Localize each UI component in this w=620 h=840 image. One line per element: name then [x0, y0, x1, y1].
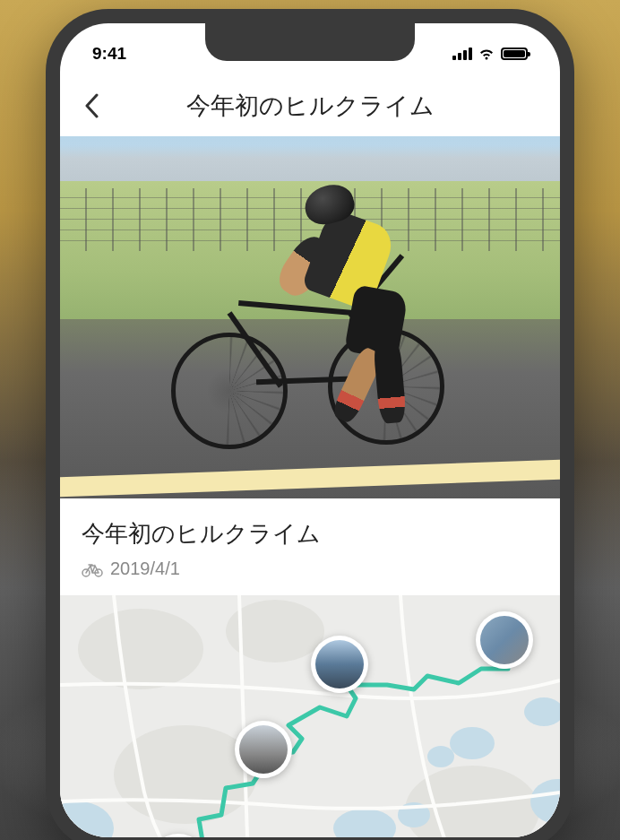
status-time: 9:41	[92, 44, 126, 64]
post-date: 2019/4/1	[110, 559, 180, 579]
wifi-icon	[478, 47, 495, 61]
battery-icon	[501, 48, 528, 60]
back-button[interactable]	[78, 92, 105, 119]
phone-screen: 9:41	[60, 23, 560, 837]
svg-point-11	[427, 746, 454, 767]
map-photo-pin[interactable]	[235, 721, 292, 778]
chevron-left-icon	[84, 93, 99, 118]
post-info: 今年初のヒルクライム 2019/4/1	[60, 498, 560, 595]
route-map[interactable]	[60, 595, 560, 837]
app-header: 今年初のヒルクライム	[60, 75, 560, 136]
map-photo-pin[interactable]	[476, 611, 533, 669]
svg-point-10	[450, 727, 495, 759]
hero-photo[interactable]	[60, 136, 560, 498]
svg-point-3	[78, 609, 203, 689]
bicycle-icon	[82, 561, 103, 577]
status-indicators	[452, 47, 528, 61]
map-photo-pin[interactable]	[311, 636, 368, 693]
post-title: 今年初のヒルクライム	[82, 518, 538, 550]
post-meta: 2019/4/1	[82, 559, 538, 579]
cellular-signal-icon	[452, 48, 472, 60]
phone-notch	[205, 23, 415, 61]
phone-frame: 9:41	[46, 9, 574, 840]
page-title: 今年初のヒルクライム	[78, 90, 542, 122]
